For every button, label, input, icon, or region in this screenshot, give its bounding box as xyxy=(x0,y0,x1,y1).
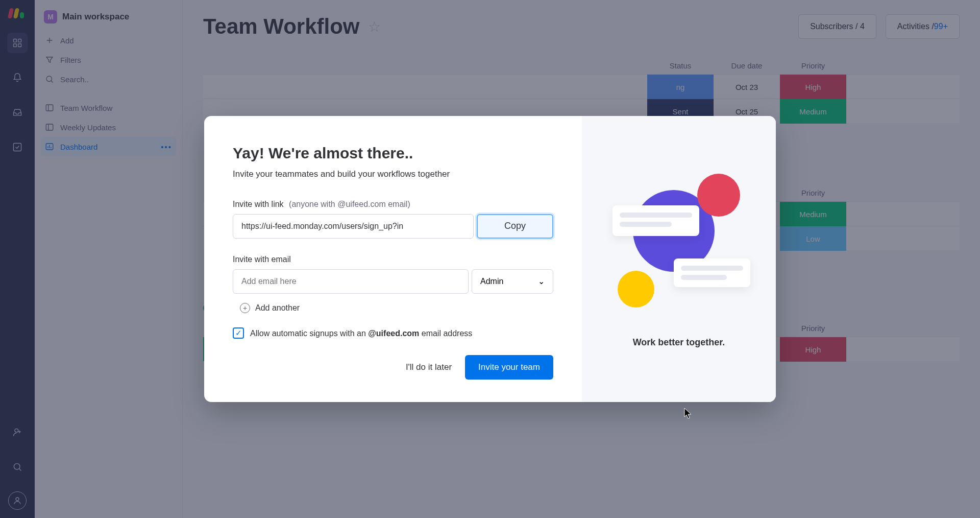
invite-link-input[interactable] xyxy=(233,214,474,239)
copy-button[interactable]: Copy xyxy=(477,214,553,239)
role-select[interactable]: Admin ⌄ xyxy=(472,269,553,294)
auto-signup-label: Allow automatic signups with an @uifeed.… xyxy=(250,327,472,340)
modal-subtitle: Invite your teammates and build your wor… xyxy=(233,169,553,179)
invite-modal: Yay! We're almost there.. Invite your te… xyxy=(204,116,776,403)
invite-link-label: Invite with link (anyone with @uifeed.co… xyxy=(233,200,553,209)
modal-illustration-panel: Work better together. xyxy=(582,116,776,403)
plus-circle-icon: + xyxy=(240,303,250,313)
invite-email-label: Invite with email xyxy=(233,255,553,264)
add-another-button[interactable]: + Add another xyxy=(240,303,553,313)
do-later-button[interactable]: I'll do it later xyxy=(406,362,452,372)
invite-team-button[interactable]: Invite your team xyxy=(465,355,553,380)
add-another-label: Add another xyxy=(255,303,300,313)
illustration-caption: Work better together. xyxy=(633,337,725,348)
modal-overlay: Yay! We're almost there.. Invite your te… xyxy=(0,0,980,518)
email-input[interactable] xyxy=(233,269,469,294)
chevron-down-icon: ⌄ xyxy=(538,276,545,286)
auto-signup-checkbox[interactable]: ✓ xyxy=(233,327,244,339)
collaboration-illustration xyxy=(612,170,745,323)
role-select-value: Admin xyxy=(480,277,503,286)
modal-title: Yay! We're almost there.. xyxy=(233,145,553,162)
